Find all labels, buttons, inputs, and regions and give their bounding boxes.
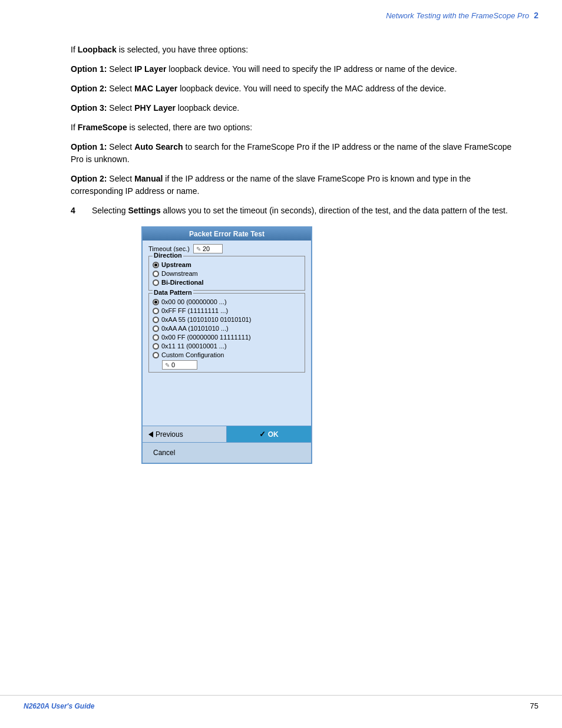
intro-text: If Loopback is selected, you have three … (71, 44, 515, 56)
footer-right: 75 (530, 701, 538, 710)
radio-0xffff-circle (153, 308, 159, 314)
data-pattern-section: Data Pattern 0x00 00 (00000000 ...) 0xFF… (148, 293, 305, 373)
previous-label: Previous (156, 430, 183, 439)
radio-custom[interactable]: Custom Configuration (153, 351, 301, 358)
radio-0xaaaa-label: 0xAA AA (10101010 ...) (161, 325, 229, 332)
radio-downstream[interactable]: Downstream (153, 270, 301, 277)
direction-section: Direction Upstream Downstream Bi-Dire (148, 256, 305, 291)
radio-0x1111-circle (153, 343, 159, 350)
empty-area (148, 375, 305, 422)
direction-label: Direction (153, 252, 183, 259)
radio-0xaaaa[interactable]: 0xAA AA (10101010 ...) (153, 325, 301, 332)
timeout-value: 20 (203, 245, 210, 252)
step4-text: Selecting Settings allows you to set the… (92, 205, 508, 217)
radio-downstream-label: Downstream (161, 270, 198, 277)
radio-downstream-circle (153, 271, 159, 277)
dialog-title-bar: Packet Error Rate Test (143, 228, 311, 241)
radio-0xffff-label: 0xFF FF (11111111 ...) (161, 307, 228, 314)
page-footer: N2620A User's Guide 75 (0, 695, 562, 710)
radio-0x0000[interactable]: 0x00 00 (00000000 ...) (153, 298, 301, 305)
framescope-intro: If FrameScope is selected, there are two… (71, 121, 515, 134)
radio-0xaa55-circle (153, 317, 159, 323)
data-pattern-label: Data Pattern (153, 289, 193, 296)
dialog-body: Timeout (sec.) ✎ 20 Direction Upstream (143, 241, 311, 426)
dialog-footer: Previous ✓ OK (143, 426, 311, 442)
option3-loopback: Option 3: Select PHY Layer loopback devi… (71, 102, 515, 114)
edit-icon: ✎ (196, 246, 201, 252)
radio-0x00ff-label: 0x00 FF (00000000 11111111) (161, 334, 251, 341)
radio-0x1111[interactable]: 0x11 11 (00010001 ...) (153, 342, 301, 350)
timeout-input[interactable]: ✎ 20 (193, 244, 223, 253)
radio-upstream[interactable]: Upstream (153, 261, 301, 268)
main-content: If Loopback is selected, you have three … (0, 26, 562, 482)
radio-0x1111-label: 0x11 11 (00010001 ...) (161, 342, 227, 350)
dialog-container: Packet Error Rate Test Timeout (sec.) ✎ … (141, 226, 515, 464)
radio-0xffff[interactable]: 0xFF FF (11111111 ...) (153, 307, 301, 314)
radio-bidirectional-label: Bi-Directional (161, 279, 204, 286)
radio-custom-circle (153, 352, 159, 358)
ok-label: OK (268, 430, 279, 439)
option1-loopback: Option 1: Select IP Layer loopback devic… (71, 63, 515, 75)
radio-0xaa55-label: 0xAA 55 (10101010 01010101) (161, 316, 251, 323)
cancel-label: Cancel (153, 449, 175, 457)
custom-config-input[interactable]: ✎ 0 (162, 360, 197, 370)
page-header: Network Testing with the FrameScope Pro … (0, 0, 562, 26)
header-title: Network Testing with the FrameScope Pro (386, 11, 529, 20)
radio-0x00ff-circle (153, 334, 159, 341)
cancel-button[interactable]: Cancel (148, 445, 305, 460)
previous-button[interactable]: Previous (143, 426, 227, 442)
option2-framescope: Option 2: Select Manual if the IP addres… (71, 173, 515, 197)
header-chapter: 2 (534, 11, 538, 20)
custom-value: 0 (171, 361, 175, 368)
radio-bidirectional-circle (153, 279, 159, 286)
ok-button[interactable]: ✓ OK (227, 426, 312, 442)
radio-0x0000-circle (153, 299, 159, 305)
radio-upstream-label: Upstream (161, 261, 191, 268)
radio-0xaaaa-circle (153, 325, 159, 332)
radio-0x00ff[interactable]: 0x00 FF (00000000 11111111) (153, 334, 301, 341)
prev-arrow-icon (148, 431, 153, 437)
cancel-row: Cancel (143, 442, 311, 463)
dialog-box: Packet Error Rate Test Timeout (sec.) ✎ … (141, 226, 312, 464)
step4-number: 4 (71, 205, 82, 217)
radio-upstream-circle (153, 262, 159, 268)
radio-0x0000-label: 0x00 00 (00000000 ...) (161, 298, 227, 305)
option2-loopback: Option 2: Select MAC Layer loopback devi… (71, 83, 515, 95)
custom-edit-icon: ✎ (165, 362, 170, 368)
radio-custom-label: Custom Configuration (161, 351, 224, 358)
step4-item: 4 Selecting Settings allows you to set t… (71, 205, 515, 217)
option1-framescope: Option 1: Select Auto Search to search f… (71, 141, 515, 166)
radio-bidirectional[interactable]: Bi-Directional (153, 279, 301, 286)
footer-left: N2620A User's Guide (24, 702, 94, 710)
radio-0xaa55[interactable]: 0xAA 55 (10101010 01010101) (153, 316, 301, 323)
checkmark-icon: ✓ (259, 430, 266, 439)
